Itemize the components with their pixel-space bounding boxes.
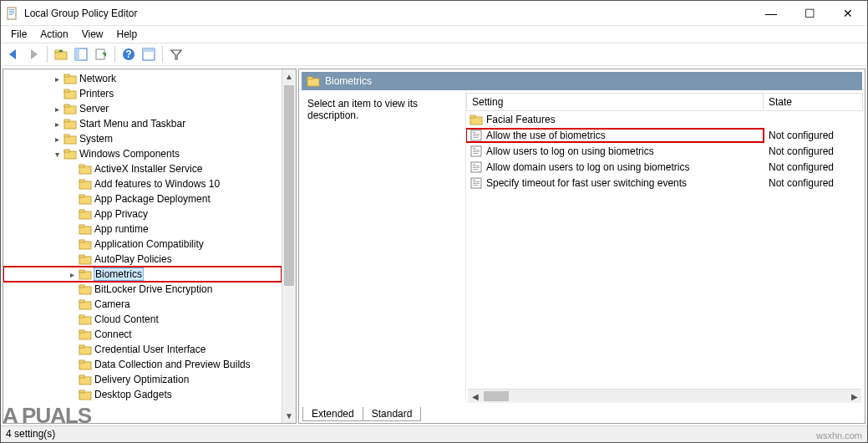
setting-name: Facial Features xyxy=(486,114,556,125)
toolbar: ? xyxy=(1,43,867,66)
tree-item[interactable]: Add features to Windows 10 xyxy=(3,176,282,191)
setting-name: Allow users to log on using biometrics xyxy=(486,145,654,157)
svg-rect-32 xyxy=(79,165,84,167)
tree-toggle-icon[interactable]: ▸ xyxy=(50,135,63,144)
svg-text:?: ? xyxy=(125,48,131,60)
svg-rect-48 xyxy=(79,285,84,288)
tree-item[interactable]: ▸Network xyxy=(3,71,282,86)
tree-label: Start Menu and Taskbar xyxy=(79,118,185,130)
folder-icon xyxy=(79,313,92,326)
menu-view[interactable]: View xyxy=(75,27,110,42)
tree-item[interactable]: Data Collection and Preview Builds xyxy=(3,357,282,372)
up-button[interactable] xyxy=(52,45,70,64)
col-setting[interactable]: Setting xyxy=(466,93,764,111)
folder-icon xyxy=(79,252,92,266)
svg-rect-22 xyxy=(64,89,69,92)
svg-rect-83 xyxy=(473,180,475,181)
svg-rect-60 xyxy=(79,375,84,378)
properties-button[interactable] xyxy=(140,45,158,64)
scroll-right-icon[interactable]: ▶ xyxy=(847,390,861,403)
tree-item[interactable]: Printers xyxy=(3,86,282,101)
maximize-button[interactable]: ☐ xyxy=(790,1,829,26)
tree-label: Data Collection and Preview Builds xyxy=(94,359,251,370)
tree-toggle-icon[interactable]: ▸ xyxy=(50,120,63,129)
svg-rect-85 xyxy=(473,183,480,184)
svg-rect-20 xyxy=(64,74,69,77)
svg-rect-12 xyxy=(96,49,104,59)
svg-rect-38 xyxy=(79,210,84,212)
svg-rect-68 xyxy=(473,132,475,133)
svg-marker-6 xyxy=(31,49,38,59)
tree-item[interactable]: App runtime xyxy=(3,222,282,237)
svg-rect-81 xyxy=(473,169,478,170)
show-hide-tree-button[interactable] xyxy=(72,45,90,64)
setting-row[interactable]: Specify timeout for fast user switching … xyxy=(466,175,863,191)
setting-row[interactable]: Allow domain users to log on using biome… xyxy=(466,159,863,175)
scroll-down-icon[interactable]: ▼ xyxy=(282,409,296,423)
back-button[interactable] xyxy=(4,45,23,64)
tree-label: App runtime xyxy=(94,223,149,235)
tree-item[interactable]: Application Compatibility xyxy=(3,237,282,252)
tree-toggle-icon[interactable]: ▸ xyxy=(50,104,63,114)
tree-label: App Package Deployment xyxy=(94,193,211,205)
scroll-up-icon[interactable]: ▲ xyxy=(282,69,296,84)
menu-help[interactable]: Help xyxy=(110,27,145,42)
tree-item[interactable]: Cloud Content xyxy=(3,312,282,327)
setting-row[interactable]: Facial Features xyxy=(466,111,863,127)
tree-item[interactable]: App Package Deployment xyxy=(3,191,282,206)
close-button[interactable]: ✕ xyxy=(829,1,867,26)
svg-rect-28 xyxy=(64,135,69,137)
tree-item[interactable]: Credential User Interface xyxy=(3,342,282,357)
tree-item[interactable]: ▸System xyxy=(3,131,282,146)
tree-item[interactable]: ▸Start Menu and Taskbar xyxy=(3,116,282,131)
svg-rect-44 xyxy=(79,255,84,257)
tree-item[interactable]: ▸Server xyxy=(3,101,282,116)
tree-item[interactable]: App Privacy xyxy=(3,206,282,222)
tree-item[interactable]: Desktop Gadgets xyxy=(3,387,282,402)
minimize-button[interactable]: — xyxy=(752,1,790,26)
tab-extended[interactable]: Extended xyxy=(302,407,363,421)
tree-item[interactable]: AutoPlay Policies xyxy=(3,252,282,267)
setting-row[interactable]: Allow users to log on using biometricsNo… xyxy=(466,143,863,159)
tree-vscroll[interactable]: ▲ ▼ xyxy=(282,69,296,423)
hscroll-thumb[interactable] xyxy=(484,391,509,401)
svg-rect-3 xyxy=(9,13,14,13)
setting-row[interactable]: Allow the use of biometricsNot configure… xyxy=(466,127,863,143)
tree-item[interactable]: ▾Windows Components xyxy=(3,146,282,161)
tree[interactable]: ▸NetworkPrinters▸Server▸Start Menu and T… xyxy=(3,69,282,423)
tree-label: Add features to Windows 10 xyxy=(94,178,220,190)
setting-state: Not configured xyxy=(764,130,863,141)
tree-item[interactable]: Delivery Optimization xyxy=(3,372,282,387)
svg-rect-78 xyxy=(473,164,475,165)
filter-button[interactable] xyxy=(167,45,185,64)
hscroll-track[interactable] xyxy=(482,390,847,403)
tree-item[interactable]: Camera xyxy=(3,297,282,312)
menu-file[interactable]: File xyxy=(4,27,33,42)
tree-toggle-icon[interactable]: ▾ xyxy=(50,150,63,159)
scroll-thumb[interactable] xyxy=(284,85,294,286)
svg-rect-86 xyxy=(473,185,478,186)
scroll-track[interactable] xyxy=(282,84,296,409)
folder-icon xyxy=(79,237,92,251)
tree-item[interactable]: ActiveX Installer Service xyxy=(3,161,282,176)
forward-button[interactable] xyxy=(24,45,43,64)
tree-item[interactable]: Connect xyxy=(3,327,282,342)
menubar: File Action View Help xyxy=(1,26,867,43)
tree-toggle-icon[interactable]: ▸ xyxy=(50,74,63,84)
tree-toggle-icon[interactable]: ▸ xyxy=(65,270,79,279)
tree-label: Delivery Optimization xyxy=(94,374,189,385)
col-state[interactable]: State xyxy=(764,93,863,111)
folder-icon xyxy=(79,328,92,341)
export-list-button[interactable] xyxy=(92,45,110,64)
help-button[interactable]: ? xyxy=(119,45,138,64)
source-watermark: wsxhn.com xyxy=(816,430,862,440)
tree-item[interactable]: BitLocker Drive Encryption xyxy=(3,282,282,297)
tab-standard[interactable]: Standard xyxy=(363,407,422,421)
scroll-left-icon[interactable]: ◀ xyxy=(468,390,482,403)
tree-item[interactable]: ▸Biometrics xyxy=(3,267,282,282)
folder-icon xyxy=(63,102,77,115)
items-hscroll[interactable]: ◀ ▶ xyxy=(468,389,861,403)
svg-rect-24 xyxy=(64,104,69,107)
svg-rect-75 xyxy=(473,151,480,152)
menu-action[interactable]: Action xyxy=(33,27,74,42)
